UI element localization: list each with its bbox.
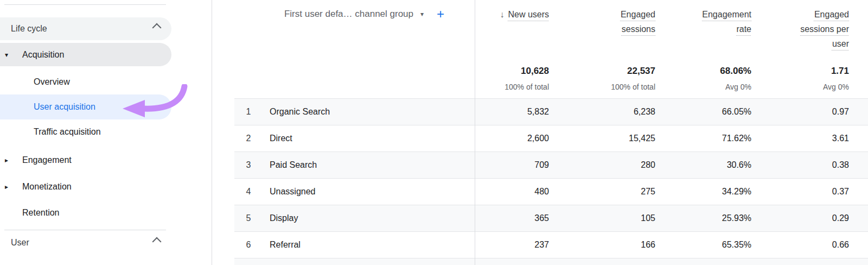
triangle-down-icon: ▾ — [5, 52, 8, 58]
total-subtext: 100% of total — [475, 82, 549, 92]
cell-engaged-sessions: 15,425 — [549, 134, 655, 143]
table-row: 3 Paid Search 709 280 30.6% 0.38 — [234, 152, 868, 178]
channel-name: Display — [263, 213, 475, 223]
row-index: 3 — [234, 160, 263, 170]
cell-engaged-sessions: 6,238 — [549, 107, 655, 117]
column-header-new-users[interactable]: ↓New users — [475, 7, 549, 51]
sidebar-divider-top — [4, 4, 166, 5]
section-label: Life cycle — [11, 24, 47, 34]
triangle-right-icon: ▸ — [5, 157, 8, 163]
total-subtext: 100% of total — [549, 82, 655, 92]
cell-engaged-sessions-per-user: 0.29 — [751, 213, 849, 223]
row-index: 5 — [234, 213, 263, 223]
cell-engagement-rate: 71.62% — [655, 134, 751, 143]
cell-engaged-sessions-per-user: 0.38 — [751, 160, 849, 170]
spacer — [263, 65, 475, 92]
row-index: 6 — [234, 240, 263, 250]
cell-engaged-sessions: 105 — [549, 213, 655, 223]
table-row: 5 Display 365 105 25.93% 0.29 — [234, 205, 868, 231]
channel-name: Organic Search — [263, 107, 475, 117]
sidebar-item-engagement[interactable]: ▸ Engagement — [0, 153, 171, 168]
sort-descending-icon: ↓ — [500, 10, 504, 19]
row-index: 1 — [234, 107, 263, 117]
totals-row: 10,628 100% of total 22,537 100% of tota… — [234, 65, 868, 92]
cell-new-users: 2,600 — [475, 134, 549, 143]
column-label: sessions — [622, 24, 655, 34]
sidebar-item-acquisition[interactable]: ▾ Acquisition — [0, 43, 171, 66]
channel-name: Referral — [263, 240, 475, 250]
ga4-user-acquisition-screen: { "icons": { "sort_descending": "↓", "dr… — [0, 0, 868, 265]
channel-name: Paid Search — [263, 160, 475, 170]
channel-name: Direct — [263, 134, 475, 143]
sidebar-item-user-acquisition[interactable]: User acquisition — [0, 94, 171, 119]
cell-engagement-rate: 30.6% — [655, 160, 751, 170]
total-new-users: 10,628 100% of total — [475, 65, 549, 92]
sidebar-item-label: User acquisition — [34, 102, 95, 112]
report-nav-sidebar: Life cycle ▾ Acquisition Overview User a… — [0, 0, 212, 265]
channel-name: Unassigned — [263, 187, 475, 197]
sidebar-section-user[interactable]: User — [0, 235, 171, 250]
table-row: 2 Direct 2,600 15,425 71.62% 3.61 — [234, 125, 868, 152]
cell-engaged-sessions-per-user: 0.37 — [751, 187, 849, 197]
cell-new-users: 480 — [475, 187, 549, 197]
total-value: 1.71 — [751, 65, 849, 77]
sidebar-item-label: Traffic acquisition — [34, 127, 101, 137]
column-label: Engaged — [621, 10, 655, 19]
spacer — [234, 7, 263, 51]
column-headers: ↓New users Engaged sessions Engagement r… — [234, 7, 868, 51]
sidebar-section-life-cycle[interactable]: Life cycle — [0, 17, 171, 40]
table-row: 6 Referral 237 166 65.35% 0.66 — [234, 231, 868, 258]
total-value: 22,537 — [549, 65, 655, 77]
sidebar-item-label: Overview — [34, 77, 70, 87]
cell-new-users: 5,832 — [475, 107, 549, 117]
table-row-partial — [234, 258, 868, 265]
sidebar-item-retention[interactable]: Retention — [0, 205, 171, 220]
column-label: New users — [508, 10, 549, 19]
column-header-engaged-sessions-per-user[interactable]: Engaged sessions per user — [751, 7, 849, 51]
cell-engaged-sessions-per-user: 3.61 — [751, 134, 849, 143]
cell-engaged-sessions-per-user: 0.97 — [751, 107, 849, 117]
total-engaged-sessions: 22,537 100% of total — [549, 65, 655, 92]
table-body: 1 Organic Search 5,832 6,238 66.05% 0.97… — [234, 98, 868, 265]
sidebar-item-label: Acquisition — [22, 50, 64, 60]
row-index: 4 — [234, 187, 263, 197]
table-row: 1 Organic Search 5,832 6,238 66.05% 0.97 — [234, 98, 868, 125]
column-label: user — [832, 39, 849, 48]
cell-engaged-sessions: 280 — [549, 160, 655, 170]
cell-engaged-sessions: 275 — [549, 187, 655, 197]
column-header-engagement-rate[interactable]: Engagement rate — [655, 7, 751, 51]
total-subtext: Avg 0% — [655, 82, 751, 92]
sidebar-item-traffic-acquisition[interactable]: Traffic acquisition — [0, 124, 171, 140]
sidebar-item-overview[interactable]: Overview — [0, 74, 171, 90]
cell-engagement-rate: 25.93% — [655, 213, 751, 223]
table-row: 4 Unassigned 480 275 34.29% 0.37 — [234, 178, 868, 205]
cell-new-users: 237 — [475, 240, 549, 250]
sidebar-item-label: Monetization — [22, 182, 72, 192]
total-engaged-sessions-per-user: 1.71 Avg 0% — [751, 65, 849, 92]
cell-engagement-rate: 65.35% — [655, 240, 751, 250]
sidebar-item-label: Engagement — [22, 155, 72, 165]
spacer — [234, 65, 263, 92]
column-label: Engagement — [702, 10, 751, 19]
cell-engagement-rate: 34.29% — [655, 187, 751, 197]
column-label: sessions per — [800, 24, 849, 34]
sidebar-item-monetization[interactable]: ▸ Monetization — [0, 179, 171, 194]
total-subtext: Avg 0% — [751, 82, 849, 92]
chevron-up-icon — [152, 23, 162, 33]
total-value: 68.06% — [655, 65, 751, 77]
cell-engaged-sessions: 166 — [549, 240, 655, 250]
cell-engaged-sessions-per-user: 0.66 — [751, 240, 849, 250]
column-label: Engaged — [814, 10, 849, 19]
chevron-up-icon — [152, 237, 162, 247]
section-label: User — [11, 238, 29, 248]
column-separator — [475, 0, 475, 265]
sidebar-divider-bottom — [4, 230, 166, 230]
spacer — [849, 7, 868, 51]
triangle-right-icon: ▸ — [5, 184, 8, 190]
column-header-engaged-sessions[interactable]: Engaged sessions — [549, 7, 655, 51]
spacer — [263, 7, 475, 51]
cell-engagement-rate: 66.05% — [655, 107, 751, 117]
cell-new-users: 365 — [475, 213, 549, 223]
spacer — [849, 65, 868, 92]
cell-new-users: 709 — [475, 160, 549, 170]
